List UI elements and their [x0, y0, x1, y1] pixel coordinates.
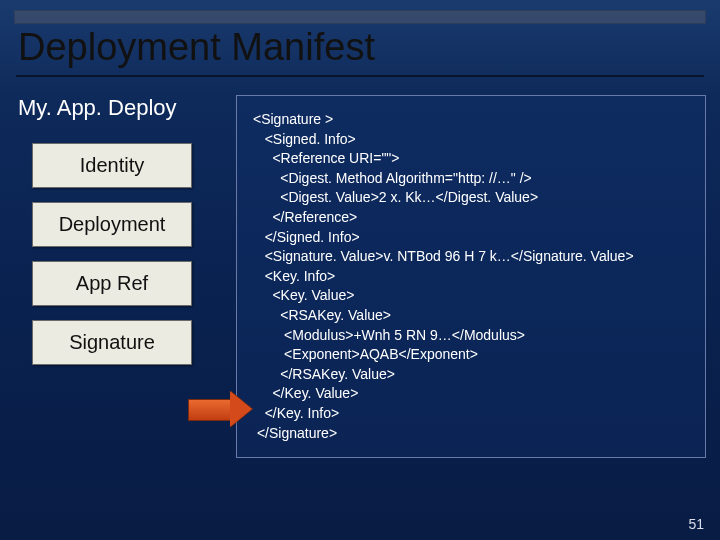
- top-accent-bar: [14, 10, 706, 24]
- slide-title: Deployment Manifest: [18, 26, 720, 69]
- manifest-name: My. App. Deploy: [18, 95, 218, 121]
- code-line: <RSAKey. Value>: [253, 306, 691, 326]
- box-app-ref: App Ref: [32, 261, 192, 306]
- xml-panel: <Signature > <Signed. Info> <Reference U…: [236, 95, 706, 458]
- code-line: </Reference>: [253, 208, 691, 228]
- code-line: <Key. Value>: [253, 286, 691, 306]
- code-line: </Signature>: [253, 424, 691, 444]
- box-signature: Signature: [32, 320, 192, 365]
- box-deployment: Deployment: [32, 202, 192, 247]
- code-line: </Key. Info>: [253, 404, 691, 424]
- content-area: My. App. Deploy Identity Deployment App …: [0, 77, 720, 458]
- code-line: <Signed. Info>: [253, 130, 691, 150]
- code-line: <Exponent>AQAB</Exponent>: [253, 345, 691, 365]
- code-line: <Modulus>+Wnh 5 RN 9…</Modulus>: [253, 326, 691, 346]
- code-line: <Digest. Value>2 x. Kk…</Digest. Value>: [253, 188, 691, 208]
- code-line: <Signature. Value>v. NTBod 96 H 7 k…</Si…: [253, 247, 691, 267]
- code-line: </Key. Value>: [253, 384, 691, 404]
- code-line: <Digest. Method Algorithm="http: //…" />: [253, 169, 691, 189]
- code-line: </RSAKey. Value>: [253, 365, 691, 385]
- code-line: <Key. Info>: [253, 267, 691, 287]
- arrow-icon: [188, 392, 254, 426]
- left-column: My. App. Deploy Identity Deployment App …: [18, 95, 218, 379]
- code-line: </Signed. Info>: [253, 228, 691, 248]
- code-line: <Reference URI="">: [253, 149, 691, 169]
- code-line: <Signature >: [253, 110, 691, 130]
- slide-number: 51: [688, 516, 704, 532]
- box-identity: Identity: [32, 143, 192, 188]
